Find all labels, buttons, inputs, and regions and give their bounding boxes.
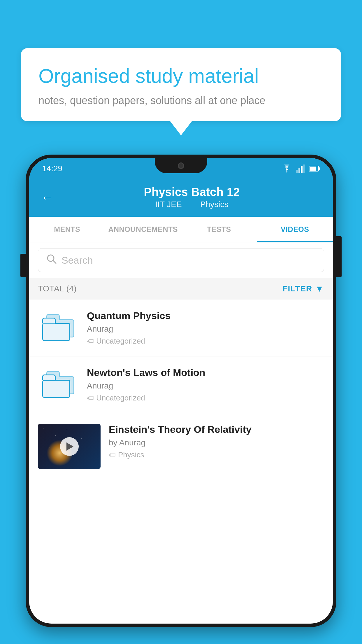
- filter-button[interactable]: FILTER ▼: [282, 284, 324, 294]
- video-author: Anurag: [87, 381, 324, 391]
- header-subtitle-right: Physics: [200, 200, 228, 209]
- list-item[interactable]: Newton's Laws of Motion Anurag 🏷 Uncateg…: [29, 356, 333, 413]
- video-title: Quantum Physics: [87, 310, 324, 321]
- video-tag: 🏷 Uncategorized: [87, 337, 324, 346]
- play-icon: [66, 442, 73, 451]
- filter-bar: TOTAL (4) FILTER ▼: [29, 278, 333, 300]
- play-button-overlay[interactable]: [60, 437, 79, 456]
- tag-icon: 🏷: [87, 394, 94, 402]
- header-subtitle-left: IIT JEE: [155, 200, 182, 209]
- svg-rect-6: [319, 167, 320, 170]
- tag-label: Physics: [118, 450, 144, 459]
- notch: [155, 158, 207, 173]
- tab-videos[interactable]: VIDEOS: [257, 217, 333, 242]
- header-title-block: Physics Batch 12 IIT JEE Physics: [62, 186, 321, 209]
- header-main-title: Physics Batch 12: [62, 186, 321, 199]
- list-item[interactable]: Einstein's Theory Of Relativity by Anura…: [29, 413, 333, 480]
- video-list: Quantum Physics Anurag 🏷 Uncategorized: [29, 300, 333, 480]
- svg-rect-2: [301, 166, 303, 173]
- notch-camera: [178, 162, 184, 169]
- phone-outer: 14:29: [26, 155, 336, 627]
- header-subtitle-separator: [190, 200, 195, 209]
- search-icon: [46, 254, 57, 267]
- total-count: TOTAL (4): [38, 284, 77, 293]
- phone-wrapper: 14:29: [26, 155, 336, 644]
- tag-icon: 🏷: [87, 337, 94, 345]
- back-button[interactable]: ←: [41, 190, 54, 205]
- video-info-newton: Newton's Laws of Motion Anurag 🏷 Uncateg…: [87, 367, 324, 402]
- phone-inner: 14:29: [29, 158, 333, 624]
- video-thumbnail-einstein: [38, 424, 101, 469]
- video-title: Einstein's Theory Of Relativity: [109, 424, 324, 435]
- tabs-bar: MENTS ANNOUNCEMENTS TESTS VIDEOS: [29, 217, 333, 242]
- tab-announcements[interactable]: ANNOUNCEMENTS: [105, 217, 181, 242]
- list-item[interactable]: Quantum Physics Anurag 🏷 Uncategorized: [29, 300, 333, 356]
- speech-bubble: Organised study material notes, question…: [21, 48, 341, 121]
- bubble-title: Organised study material: [38, 64, 324, 88]
- search-placeholder: Search: [61, 255, 93, 266]
- video-title: Newton's Laws of Motion: [87, 367, 324, 378]
- filter-icon: ▼: [315, 284, 324, 294]
- signal-icon: [296, 164, 305, 173]
- tag-icon: 🏷: [109, 451, 116, 459]
- video-thumb-newton: [38, 369, 79, 401]
- battery-icon: [309, 165, 320, 172]
- video-info-quantum: Quantum Physics Anurag 🏷 Uncategorized: [87, 310, 324, 346]
- bubble-subtitle: notes, question papers, solutions all at…: [38, 94, 324, 107]
- tab-ments[interactable]: MENTS: [29, 217, 105, 242]
- header-subtitle: IIT JEE Physics: [62, 200, 321, 209]
- status-time: 14:29: [42, 164, 62, 173]
- video-thumb-quantum: [38, 312, 79, 344]
- svg-rect-1: [298, 168, 300, 173]
- tab-tests[interactable]: TESTS: [181, 217, 257, 242]
- status-icons: [282, 164, 320, 173]
- svg-line-8: [53, 260, 56, 263]
- filter-label: FILTER: [282, 284, 312, 293]
- svg-rect-5: [310, 167, 316, 171]
- svg-rect-3: [303, 164, 305, 173]
- status-bar: 14:29: [29, 158, 333, 179]
- video-author: Anurag: [87, 324, 324, 334]
- video-author: by Anurag: [109, 438, 324, 447]
- video-info-einstein: Einstein's Theory Of Relativity by Anura…: [109, 424, 324, 459]
- svg-rect-0: [296, 170, 298, 173]
- app-header: ← Physics Batch 12 IIT JEE Physics: [29, 179, 333, 217]
- wifi-icon: [282, 164, 292, 173]
- video-tag: 🏷 Uncategorized: [87, 393, 324, 402]
- tag-label: Uncategorized: [96, 337, 145, 346]
- search-box[interactable]: Search: [38, 248, 324, 272]
- tag-label: Uncategorized: [96, 393, 145, 402]
- search-container: Search: [29, 242, 333, 278]
- video-tag: 🏷 Physics: [109, 450, 324, 459]
